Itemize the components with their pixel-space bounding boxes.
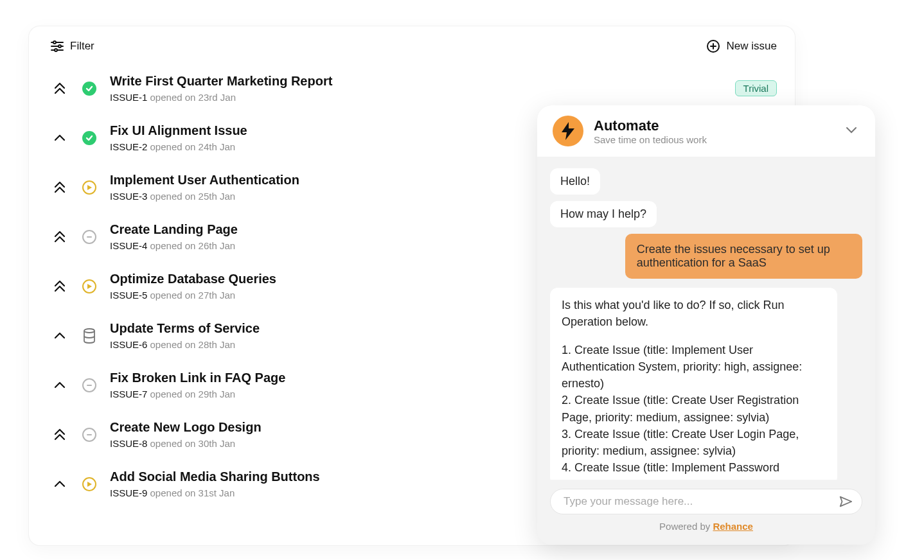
status-indicator — [80, 230, 98, 244]
status-backlog-icon — [82, 328, 96, 344]
priority-medium-icon — [53, 329, 67, 343]
bot-text: Is this what you'd like to do? If so, cl… — [562, 297, 826, 330]
priority-indicator — [51, 180, 69, 195]
chat-input[interactable] — [564, 495, 839, 508]
status-indicator — [80, 131, 98, 145]
priority-indicator — [51, 131, 69, 145]
issue-opened-text: opened on 25th Jan — [147, 191, 235, 202]
priority-indicator — [51, 329, 69, 343]
bot-message: Hello! — [550, 168, 600, 195]
issue-meta: ISSUE-1 opened on 23rd Jan — [110, 92, 724, 103]
send-icon — [839, 494, 853, 509]
user-message: Create the issues necessary to set up au… — [625, 234, 862, 279]
new-issue-button[interactable]: New issue — [706, 39, 777, 53]
issue-opened-text: opened on 24th Jan — [147, 141, 235, 152]
chevron-down-icon — [843, 121, 860, 138]
sliders-icon — [51, 40, 64, 52]
filter-button[interactable]: Filter — [51, 40, 94, 53]
bot-message: How may I help? — [550, 201, 657, 227]
issue-id: ISSUE-3 — [110, 191, 147, 202]
status-indicator — [80, 82, 98, 96]
status-indicator — [80, 477, 98, 491]
issue-opened-text: opened on 26th Jan — [147, 240, 235, 251]
bot-text: 3. Create Issue (title: Create User Logi… — [562, 426, 826, 459]
bot-message: Is this what you'd like to do? If so, cl… — [550, 288, 837, 480]
powered-by: Powered by Rehance — [550, 514, 862, 539]
issue-id: ISSUE-5 — [110, 290, 147, 301]
issue-main: Write First Quarter Marketing Report ISS… — [110, 74, 724, 103]
issue-id: ISSUE-4 — [110, 240, 147, 251]
issue-opened-text: opened on 28th Jan — [147, 339, 235, 350]
bolt-icon — [553, 116, 583, 146]
send-button[interactable] — [839, 494, 853, 509]
priority-medium-icon — [53, 477, 67, 491]
svg-point-5 — [55, 49, 57, 51]
svg-marker-15 — [87, 482, 92, 487]
issue-id: ISSUE-9 — [110, 487, 147, 498]
issue-opened-text: opened on 27th Jan — [147, 290, 235, 301]
chat-subtitle: Save time on tedious work — [594, 134, 707, 145]
issue-id: ISSUE-8 — [110, 438, 147, 449]
priority-indicator — [51, 477, 69, 491]
priority-indicator — [51, 428, 69, 442]
chat-footer: Powered by Rehance — [537, 480, 875, 545]
svg-point-12 — [84, 329, 94, 333]
status-in-progress-icon — [82, 477, 96, 491]
priority-medium-icon — [53, 131, 67, 145]
collapse-chat-button[interactable] — [843, 121, 860, 141]
chat-panel: Automate Save time on tedious work Hello… — [537, 105, 875, 545]
priority-medium-icon — [53, 378, 67, 392]
priority-indicator — [51, 279, 69, 293]
status-todo-icon — [82, 378, 96, 392]
issue-opened-text: opened on 29th Jan — [147, 389, 235, 399]
powered-prefix: Powered by — [659, 521, 713, 532]
status-in-progress-icon — [82, 279, 96, 293]
priority-indicator — [51, 82, 69, 96]
bot-text: 2. Create Issue (title: Create User Regi… — [562, 392, 826, 425]
priority-high-icon — [53, 230, 67, 244]
status-indicator — [80, 328, 98, 344]
issue-opened-text: opened on 23rd Jan — [147, 92, 236, 103]
issue-id: ISSUE-1 — [110, 92, 147, 103]
status-todo-icon — [82, 230, 96, 244]
toolbar: Filter New issue — [29, 26, 795, 65]
bot-text: 4. Create Issue (title: Implement Passwo… — [562, 459, 826, 476]
issue-id: ISSUE-7 — [110, 389, 147, 399]
issue-opened-text: opened on 31st Jan — [147, 487, 235, 498]
status-indicator — [80, 180, 98, 195]
status-done-icon — [82, 82, 96, 96]
svg-marker-9 — [87, 185, 92, 190]
status-in-progress-icon — [82, 180, 96, 195]
issue-id: ISSUE-2 — [110, 141, 147, 152]
powered-link[interactable]: Rehance — [713, 521, 753, 532]
priority-badge: Trivial — [735, 80, 777, 96]
bot-text: 1. Create Issue (title: Implement User A… — [562, 342, 826, 392]
priority-high-icon — [53, 428, 67, 442]
status-indicator — [80, 279, 98, 293]
chat-title: Automate — [594, 118, 707, 134]
status-indicator — [80, 378, 98, 392]
svg-point-1 — [53, 41, 56, 44]
status-indicator — [80, 428, 98, 442]
filter-label: Filter — [70, 40, 94, 53]
status-done-icon — [82, 131, 96, 145]
issue-opened-text: opened on 30th Jan — [147, 438, 235, 449]
issue-id: ISSUE-6 — [110, 339, 147, 350]
plus-circle-icon — [706, 39, 720, 53]
svg-marker-11 — [87, 284, 92, 289]
priority-indicator — [51, 378, 69, 392]
chat-header: Automate Save time on tedious work — [537, 105, 875, 157]
priority-high-icon — [53, 180, 67, 195]
priority-high-icon — [53, 82, 67, 96]
priority-indicator — [51, 230, 69, 244]
new-issue-label: New issue — [727, 40, 777, 53]
chat-input-container — [550, 489, 862, 514]
status-todo-icon — [82, 428, 96, 442]
chat-messages[interactable]: Hello! How may I help? Create the issues… — [537, 157, 875, 480]
svg-point-3 — [58, 45, 61, 48]
priority-high-icon — [53, 279, 67, 293]
issue-title: Write First Quarter Marketing Report — [110, 74, 724, 89]
